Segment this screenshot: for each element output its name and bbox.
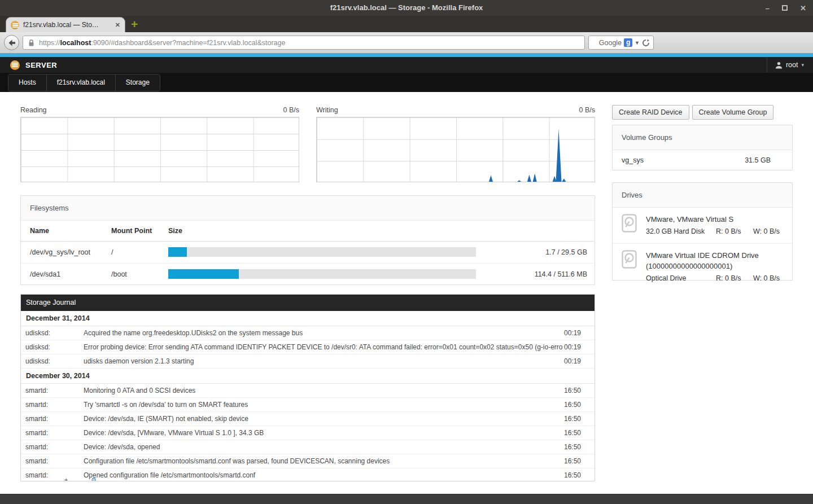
maximize-icon[interactable]: [782, 5, 788, 11]
writing-chart-header: Writing 0 B/s: [316, 106, 595, 114]
filesystem-mount-point: /boot: [111, 270, 168, 278]
drive-name: VMware, VMware Virtual S: [646, 214, 780, 225]
write-spike: [556, 129, 562, 182]
drive-description: 32.0 GB Hard Disk: [646, 226, 716, 238]
journal-entry-row[interactable]: smartd:Device: /dev/sda, opened16:50: [21, 440, 595, 454]
breadcrumb-item-storage[interactable]: Storage: [115, 74, 160, 91]
journal-entry-source: smartd:: [25, 443, 84, 451]
write-spike: [553, 176, 557, 182]
journal-entry-row[interactable]: smartd:Configuration file /etc/smartmont…: [21, 454, 595, 468]
journal-entry-message: udisks daemon version 2.1.3 starting: [84, 357, 563, 365]
drive-item[interactable]: VMware, VMware Virtual S32.0 GB Hard Dis…: [613, 208, 792, 244]
journal-entry-row[interactable]: udisksd:udisks daemon version 2.1.3 star…: [21, 354, 595, 369]
drive-text: VMware, VMware Virtual S32.0 GB Hard Dis…: [646, 214, 780, 238]
cockpit-masthead: SERVER root ▾: [0, 57, 813, 73]
journal-entry-time: 16:50: [563, 401, 595, 409]
journal-entry-row[interactable]: smartd:Device: /dev/sda, IE (SMART) not …: [21, 412, 595, 426]
volume-group-row[interactable]: vg_sys31.5 GB: [613, 150, 792, 170]
reading-label: Reading: [20, 106, 47, 114]
browser-tab[interactable]: f21srv.vlab.local — Sto… ✕: [6, 17, 125, 32]
close-icon[interactable]: ✕: [800, 5, 806, 12]
search-dropdown-icon[interactable]: ▼: [635, 40, 640, 46]
journal-entry-source: smartd:: [25, 457, 84, 465]
filesystems-panel: Filesystems Name Mount Point Size /dev/v…: [20, 195, 595, 285]
filesystem-row[interactable]: /dev/vg_sys/lv_root/1.7 / 29.5 GB: [21, 242, 595, 264]
journal-date-row: December 30, 2014: [21, 369, 595, 384]
storage-journal-panel: Storage Journal December 31, 2014udisksd…: [20, 294, 595, 481]
drive-item[interactable]: VMware Virtual IDE CDROM Drive(100000000…: [613, 244, 792, 290]
breadcrumb-item-f21srv-vlab-local[interactable]: f21srv.vlab.local: [46, 74, 115, 91]
drives-rows: VMware, VMware Virtual S32.0 GB Hard Dis…: [613, 208, 792, 290]
new-tab-icon[interactable]: +: [131, 19, 138, 29]
journal-entry-row[interactable]: udisksd:Acquired the name org.freedeskto…: [21, 326, 595, 340]
journal-entry-message: Device: /dev/sda, IE (SMART) not enabled…: [84, 415, 563, 423]
tab-title: f21srv.vlab.local — Sto…: [23, 21, 111, 29]
journal-entry-time: 00:19: [563, 329, 595, 337]
column-name: Name: [30, 227, 111, 235]
journal-entry-row[interactable]: udisksd:Error probing device: Error send…: [21, 340, 595, 354]
filesystems-rows: /dev/vg_sys/lv_root/1.7 / 29.5 GB/dev/sd…: [21, 242, 595, 285]
column-size: Size: [168, 227, 182, 235]
journal-entry-time: 00:19: [563, 357, 595, 365]
tab-strip: f21srv.vlab.local — Sto… ✕ +: [0, 16, 813, 32]
plus-icon: +: [64, 476, 68, 481]
filesystem-usage-bar: [168, 247, 476, 257]
journal-entry-message: Acquired the name org.freedesktop.UDisks…: [84, 329, 563, 337]
journal-entry-source: smartd:: [25, 387, 84, 395]
cockpit-logo-icon: [10, 60, 20, 70]
firefox-window: f21srv.vlab.local — Storage - Mozilla Fi…: [0, 0, 813, 504]
journal-entry-time: 16:50: [563, 457, 595, 465]
journal-entry-row[interactable]: smartd:Try 'smartctl -s on /dev/sda' to …: [21, 398, 595, 412]
journal-entry-time: 16:50: [563, 387, 595, 395]
reading-chart-header: Reading 0 B/s: [20, 106, 299, 114]
search-input[interactable]: Google g ▼: [588, 36, 654, 50]
minimize-icon[interactable]: –: [766, 5, 770, 12]
user-menu[interactable]: root ▾: [767, 57, 813, 73]
journal-entry-message: Monitoring 0 ATA and 0 SCSI devices: [84, 387, 563, 395]
search-engine-label: Google: [599, 39, 622, 47]
window-title: f21srv.vlab.local — Storage - Mozilla Fi…: [0, 0, 813, 16]
reading-chart: [20, 117, 299, 182]
window-controls: – ✕: [766, 0, 806, 16]
journal-entry-message: Try 'smartctl -s on /dev/sda' to turn on…: [84, 401, 563, 409]
drive-description: Optical Drive: [646, 273, 716, 284]
breadcrumb: Hostsf21srv.vlab.localStorage: [8, 74, 160, 91]
drive-read-rate: R: 0 B/s: [716, 273, 753, 284]
drive-text: VMware Virtual IDE CDROM Drive(100000000…: [646, 250, 780, 284]
journal-entry-row[interactable]: smartd:Device: /dev/sda, [VMware, VMware…: [21, 426, 595, 440]
write-spike: [533, 173, 537, 182]
drive-meta: 32.0 GB Hard DiskR: 0 B/sW: 0 B/s: [646, 226, 780, 238]
journal-entry-row[interactable]: smartd:Monitoring 0 ATA and 0 SCSI devic…: [21, 384, 595, 398]
drives-panel: Drives VMware, VMware Virtual S32.0 GB H…: [612, 182, 793, 281]
volume-group-name: vg_sys: [622, 156, 644, 164]
journal-entry-source: udisksd:: [25, 329, 84, 337]
breadcrumb-item-hosts[interactable]: Hosts: [8, 74, 46, 91]
drive-name: VMware Virtual IDE CDROM Drive: [646, 250, 780, 261]
writing-rate: 0 B/s: [579, 106, 596, 114]
create-volume-group-button[interactable]: Create Volume Group: [692, 105, 774, 120]
gear-icon: ⚙: [91, 476, 97, 481]
filesystems-title: Filesystems: [21, 196, 595, 221]
url-bar[interactable]: https://localhost:9090/#dashboard&server…: [23, 36, 585, 50]
reload-icon[interactable]: [642, 39, 650, 47]
user-chevron-down-icon: ▾: [801, 62, 804, 68]
create-raid-button[interactable]: Create RAID Device: [612, 105, 689, 120]
tab-close-icon[interactable]: ✕: [115, 21, 120, 29]
filesystem-mount-point: /: [111, 248, 168, 256]
journal-entry-message: Error probing device: Error sending ATA …: [84, 343, 563, 351]
back-button[interactable]: [4, 35, 19, 50]
journal-date-row: December 31, 2014: [21, 311, 595, 326]
lock-icon: [28, 39, 35, 47]
breadcrumb-strip: Hostsf21srv.vlab.localStorage: [0, 73, 813, 92]
filesystem-row[interactable]: /dev/sda1/boot114.4 / 511.6 MB: [21, 264, 595, 286]
volume-group-size: 31.5 GB: [745, 156, 771, 164]
filesystem-usage-fill: [168, 247, 187, 257]
bottom-bar: [0, 494, 813, 504]
writing-label: Writing: [316, 106, 338, 114]
writing-chart: [316, 117, 595, 182]
filesystem-name: /dev/vg_sys/lv_root: [30, 248, 111, 256]
search-engine-icon: g: [624, 38, 632, 47]
filesystem-usage-fill: [168, 269, 239, 279]
user-name: root: [786, 61, 798, 69]
back-icon: [7, 38, 16, 47]
